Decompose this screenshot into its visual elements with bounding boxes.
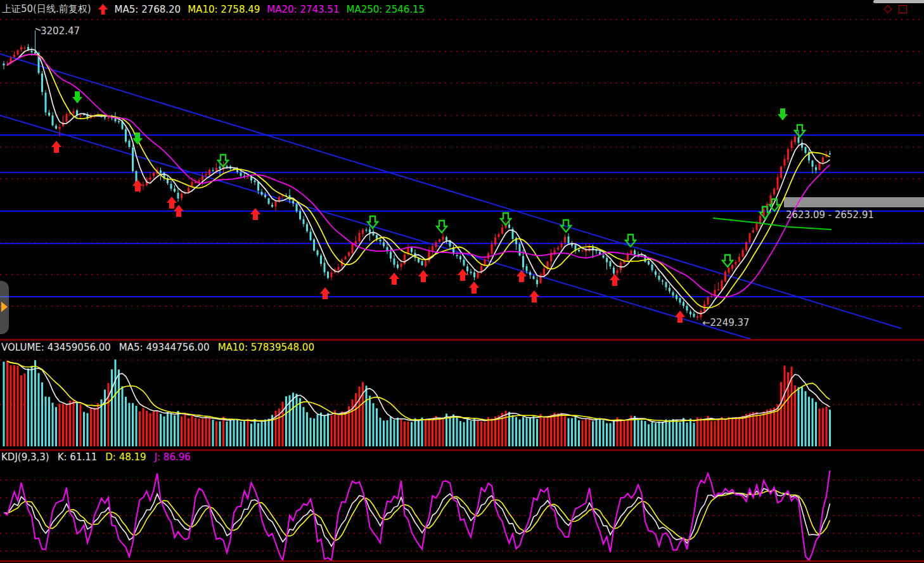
kdj-title: KDJ(9,3,3) xyxy=(1,451,49,463)
main-chart-header: 上证50(日线.前复权) MA5: 2768.20 MA10: 2758.49 … xyxy=(2,3,425,15)
grid-lines xyxy=(0,20,924,551)
volume-value: VOLUME: 43459056.00 xyxy=(1,342,111,353)
kdj-header: KDJ(9,3,3) K: 61.11 D: 48.19 J: 86.96 xyxy=(1,451,191,463)
kdj-k-value: K: 61.11 xyxy=(58,451,98,463)
window-top-strip xyxy=(873,0,924,3)
peak-price-label: 3202.47 xyxy=(41,25,80,37)
volume-header: VOLUME: 43459056.00 MA5: 49344756.00 MA1… xyxy=(1,342,314,353)
volume-ma10-value: MA10: 57839548.00 xyxy=(218,342,314,353)
diamond-icon[interactable]: ◇ xyxy=(883,2,892,16)
volume-ma10-line xyxy=(8,361,830,422)
up-arrow-icon xyxy=(98,4,108,15)
price-range-band xyxy=(784,197,924,207)
signal-arrows xyxy=(35,29,805,323)
ma10-value: MA10: 2758.49 xyxy=(188,4,260,15)
kdj-d-value: D: 48.19 xyxy=(105,451,146,463)
kdj-j-value: J: 86.96 xyxy=(155,451,191,463)
window-controls: ◇ □ xyxy=(883,2,924,16)
low-price-label: ←2249.37 xyxy=(702,317,750,328)
symbol-title: 上证50(日线.前复权) xyxy=(2,3,91,15)
ma20-value: MA20: 2743.51 xyxy=(267,4,339,15)
candlesticks xyxy=(3,30,831,320)
panel-expand-handle[interactable] xyxy=(0,281,9,334)
square-icon[interactable]: □ xyxy=(897,2,908,16)
expand-right-icon xyxy=(1,302,8,312)
price-range-label: 2623.09 - 2652.91 xyxy=(786,209,874,221)
volume-bars xyxy=(3,359,831,446)
volume-ma5-value: MA5: 49344756.00 xyxy=(119,342,210,353)
volume-ma5-line xyxy=(8,361,830,423)
ma250-value: MA250: 2546.15 xyxy=(346,4,425,15)
chart-canvas[interactable] xyxy=(0,0,924,563)
ma5-value: MA5: 2768.20 xyxy=(115,4,181,15)
stock-chart-app: 上证50(日线.前复权) MA5: 2768.20 MA10: 2758.49 … xyxy=(0,0,924,563)
